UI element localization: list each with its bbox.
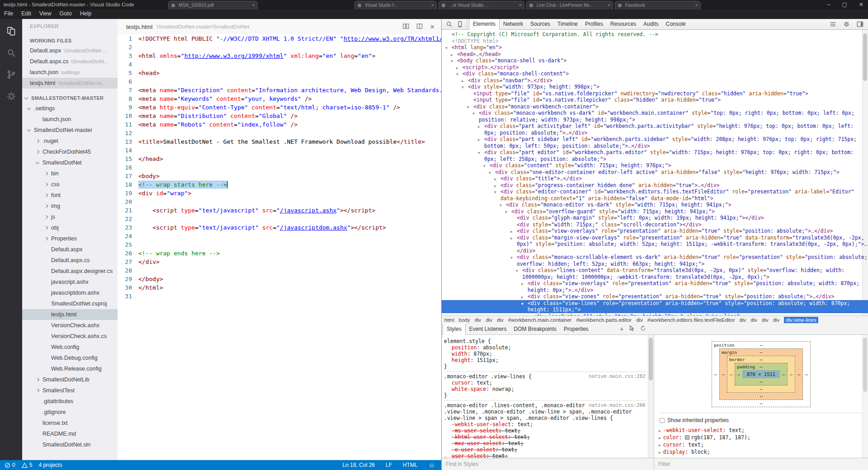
box-model-position[interactable]: position margin border padding 870 × 151… [712,341,811,407]
working-file-item[interactable]: launch.json\settings [22,67,118,78]
devtools-settings-gear-icon[interactable] [841,19,852,29]
expander-down-icon[interactable]: ▼ [527,314,529,316]
maximize-button[interactable]: ▢ [842,0,847,9]
working-file-item[interactable]: Default.aspx.cs\SmallestDotN... [22,56,118,67]
code-line-content[interactable]: <div id="wrap"> [138,189,441,197]
computed-filter-field[interactable]: Filter [654,458,868,470]
code-line[interactable]: 14 [118,146,441,155]
ghost-tab-close-icon[interactable]: × [695,1,698,9]
working-file-item[interactable]: Default.aspx\SmallestDotNet-... [22,45,118,56]
expander-down-icon[interactable]: ▼ [478,150,480,157]
breadcrumb-item[interactable]: #workbench.main.container [508,317,572,323]
code-line-content[interactable] [138,215,441,223]
styles-tab-styles[interactable]: Styles [443,324,466,335]
css-declaration[interactable]: -o-user-select: text; [444,446,646,453]
code-line-content[interactable] [138,43,441,52]
css-declaration[interactable]: white-space: nowrap; [444,386,646,392]
css-declaration[interactable]: width: 870px; [444,351,646,357]
tree-folder-font[interactable]: font [22,190,118,201]
computed-property[interactable]: ▶display: block; [659,449,868,455]
css-rule-selector[interactable]: native.main.css:266.monaco-editor .lines… [444,402,646,421]
code-line[interactable]: 9<meta http-equiv="Content-Type" content… [118,103,441,112]
menu-item-edit[interactable]: Edit [17,9,35,18]
code-line-content[interactable]: <body> [138,172,441,180]
tree-folder-img[interactable]: img [22,201,118,212]
dom-tree-node[interactable]: ▶<script>…</script> [442,64,868,71]
console-drawer-icon[interactable] [827,19,838,29]
code-line[interactable]: 8<meta name="Keywords" content="your, ke… [118,94,441,103]
tree-file--gitignore[interactable]: .gitignore [22,407,118,418]
tree-file-web-debug-config[interactable]: Web.Debug.config [22,352,118,363]
code-line[interactable]: 4 [118,60,441,69]
box-model-padding[interactable]: padding 870 × 1511 –––– [735,363,788,385]
dom-tree-node[interactable]: ▼<div class="monaco-workbench-container"… [442,103,868,110]
dom-tree-node[interactable]: ▶<div class="view-zones" role="presentat… [442,293,868,300]
tree-file-smallestdotnet-sln[interactable]: SmallestDotNet.sln [22,439,118,450]
expander-right-icon[interactable]: ▶ [478,124,480,131]
css-declaration[interactable]: -ms-user-select: text; [444,428,646,434]
warning-count[interactable]: 5 [22,462,33,468]
inspect-element-icon[interactable] [443,19,454,29]
code-line-content[interactable]: <script type="text/javascript" src="/jav… [138,206,441,215]
tree-folder-bin[interactable]: bin [22,168,118,179]
breadcrumb-item[interactable]: div [773,317,780,323]
dom-tree-node[interactable]: <!-- Copyright (C) Microsoft Corporation… [442,31,868,38]
code-line-content[interactable] [138,163,441,172]
activitybar-git-icon[interactable] [5,69,17,80]
devtools-tab-elements[interactable]: Elements [469,19,500,30]
find-in-styles-field[interactable]: Find in Styles [442,458,654,470]
code-line-content[interactable] [138,232,441,240]
dom-tree-node[interactable]: ▶<head>…</head> [442,51,868,58]
dom-tree-node[interactable]: <div class="glyph-margin" style="left: 0… [442,215,868,221]
dom-tree-node[interactable]: ▼<div class="monaco-workbench vs-dark" i… [442,110,868,123]
code-line[interactable]: 27</div> [118,258,441,266]
computed-property[interactable]: ▶color: rgb(187, 187, 187); [659,434,868,441]
expander-down-icon[interactable]: ▼ [516,268,518,275]
dom-tree-node[interactable]: ▼<div class="one-editor-container editor… [442,169,868,176]
code-line-content[interactable]: <head> [138,69,441,77]
dom-tree-node[interactable]: ▶<div class="navbar">…</div> [442,77,868,84]
code-line[interactable]: 5<head> [118,69,441,77]
code-line[interactable]: 23 <script type="text/javascript" src="/… [118,223,441,232]
ghost-browser-tab[interactable]: MSN_100910.pdf× [168,1,258,9]
code-line-content[interactable]: </body> [138,275,441,283]
code-area[interactable]: 1<!DOCTYPE html PUBLIC "-//W3C//DTD XHTM… [118,34,441,301]
breadcrumb-item[interactable]: div [762,317,769,323]
code-line-content[interactable]: <meta name="Description" content="Inform… [138,86,441,94]
code-line-content[interactable]: </div> [138,258,441,266]
expander-down-icon[interactable]: ▼ [521,301,524,308]
stylesheet-link[interactable]: native.main.css:266 [589,402,646,409]
styles-scrollbar[interactable] [648,335,654,458]
code-line-content[interactable]: <meta http-equiv="Content-Type" content=… [138,103,441,112]
dom-tree-node[interactable]: ▶<div class="view-overlays" role="presen… [442,228,868,235]
dom-tree-node[interactable]: ▼<div style="width: 973px; height: 998px… [442,84,868,90]
expander-right-icon[interactable]: ▶ [659,429,661,433]
code-line[interactable]: 26<!-- wrap ends here --> [118,249,441,258]
tree-folder-checkfordotnet45[interactable]: CheckForDotNet45 [22,146,118,157]
code-line[interactable]: 29</body> [118,275,441,283]
tree-folder--settings[interactable]: .settings [22,103,118,114]
activitybar-search-icon[interactable] [5,47,17,59]
language-mode[interactable]: HTML [403,462,418,468]
code-line[interactable]: 15</head> [118,155,441,163]
dom-tree-node[interactable]: ▼<div class="lines-content" data-transfo… [442,267,868,280]
dom-tree-node[interactable]: ▼<body class="monaco-shell vs-dark"> [442,57,868,64]
dom-tree-node[interactable]: ▼<div class="monaco-scrollable-element v… [442,254,868,267]
minimize-button[interactable]: – [827,0,830,9]
activitybar-settings-icon[interactable] [5,90,17,102]
box-model-border[interactable]: border padding 870 × 1511 –––– –––– [727,356,795,393]
breadcrumb-item[interactable]: #workbench.editors.files.textFileEditor [647,317,735,323]
dom-tree-node[interactable]: ▶<div class="margin-view-overlays" role=… [442,235,868,254]
css-declaration[interactable]: cursor: text; [444,380,646,386]
close-editor-icon[interactable]: ✕ [430,24,435,30]
expander-right-icon[interactable]: ▶ [478,137,480,144]
folder-tree-header[interactable]: SMALLESTDOTNET-MASTER [22,93,118,103]
projects-indicator[interactable]: 4 projects [38,462,62,468]
tree-file--gitattributes[interactable]: .gitattributes [22,396,118,407]
ghost-browser-tab[interactable]: Visual Studio f...× [354,1,437,9]
code-line[interactable]: 24 [118,232,441,240]
activitybar-explorer-icon[interactable] [5,25,17,37]
code-line-content[interactable] [138,146,441,155]
editor-layout-icon[interactable] [416,23,423,31]
css-declaration[interactable]: ⚠user-select: text; [444,453,646,458]
